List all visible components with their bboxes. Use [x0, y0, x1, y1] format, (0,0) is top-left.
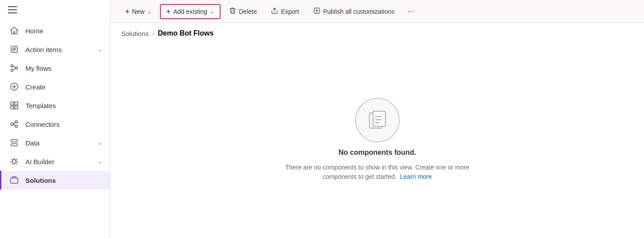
home-icon — [9, 26, 19, 36]
delete-trash-icon — [229, 7, 236, 16]
templates-icon — [9, 101, 19, 110]
sidebar-item-data-label: Data — [25, 139, 91, 147]
breadcrumb: Solutions › Demo Bot Flows — [111, 23, 644, 41]
sidebar-item-templates[interactable]: Templates — [0, 96, 110, 115]
sidebar-item-ai-builder-label: AI Builder — [25, 158, 91, 165]
add-existing-button[interactable]: + Add existing ⌄ — [160, 4, 221, 19]
sidebar-item-create-label: Create — [25, 83, 102, 91]
empty-state-description-text: There are no components to show in this … — [285, 164, 469, 180]
data-icon — [9, 138, 19, 148]
svg-point-12 — [11, 123, 13, 125]
new-plus-icon: + — [125, 8, 129, 16]
svg-rect-18 — [11, 178, 18, 183]
solutions-icon — [9, 175, 19, 185]
new-button-label: New — [132, 8, 144, 15]
svg-point-5 — [16, 67, 18, 69]
empty-state: No components found. There are no compon… — [279, 98, 476, 182]
sidebar-item-ai-builder[interactable]: AI Builder ⌄ — [0, 152, 110, 171]
add-existing-plus-icon: + — [166, 8, 170, 16]
sidebar-item-home-label: Home — [25, 27, 102, 35]
svg-rect-16 — [11, 144, 17, 146]
main-area: + New ⌄ + Add existing ⌄ Delete Export — [111, 0, 644, 238]
svg-point-17 — [12, 160, 16, 163]
toolbar: + New ⌄ + Add existing ⌄ Delete Export — [111, 0, 644, 23]
svg-rect-1 — [8, 9, 17, 10]
sidebar-item-data[interactable]: Data ⌄ — [0, 133, 110, 152]
svg-point-14 — [16, 125, 18, 128]
more-options-button[interactable]: ··· — [403, 4, 418, 19]
svg-rect-2 — [8, 12, 17, 13]
hamburger-menu-icon[interactable] — [0, 0, 110, 21]
connectors-icon — [9, 119, 19, 129]
svg-rect-0 — [8, 6, 17, 7]
sidebar-item-my-flows-label: My flows — [25, 65, 102, 72]
sidebar-nav: Home Action items ⌄ — [0, 21, 110, 238]
new-chevron-icon: ⌄ — [147, 8, 152, 15]
sidebar-item-action-items-label: Action items — [25, 46, 91, 53]
export-button[interactable]: Export — [265, 4, 304, 19]
sidebar-item-action-items[interactable]: Action items ⌄ — [0, 40, 110, 59]
sidebar-item-create[interactable]: Create — [0, 77, 110, 96]
sidebar-item-solutions[interactable]: Solutions — [0, 171, 110, 190]
content-area: No components found. There are no compon… — [111, 41, 644, 238]
breadcrumb-current: Demo Bot Flows — [158, 29, 213, 37]
ai-builder-icon — [9, 157, 19, 166]
action-items-chevron-icon: ⌄ — [98, 46, 102, 52]
publish-icon — [313, 7, 320, 16]
svg-point-6 — [11, 69, 13, 72]
new-button[interactable]: + New ⌄ — [119, 4, 157, 19]
svg-rect-11 — [15, 106, 18, 109]
more-options-icon: ··· — [407, 7, 414, 16]
breadcrumb-separator-icon: › — [152, 30, 154, 37]
empty-state-title: No components found. — [338, 149, 416, 157]
learn-more-link[interactable]: Learn more — [400, 173, 432, 180]
sidebar: Home Action items ⌄ — [0, 0, 111, 238]
sidebar-item-connectors[interactable]: Connectors — [0, 115, 110, 133]
empty-state-icon — [355, 98, 400, 142]
svg-rect-9 — [15, 102, 18, 105]
my-flows-icon — [9, 63, 19, 73]
sidebar-item-solutions-label: Solutions — [25, 177, 102, 184]
publish-button[interactable]: Publish all customizations — [308, 4, 400, 19]
export-button-label: Export — [281, 8, 299, 15]
svg-point-4 — [11, 65, 13, 67]
data-chevron-icon: ⌄ — [98, 140, 102, 146]
ai-builder-chevron-icon: ⌄ — [98, 158, 102, 165]
delete-button[interactable]: Delete — [223, 4, 263, 19]
action-items-icon — [9, 44, 19, 54]
empty-state-description: There are no components to show in this … — [279, 163, 476, 182]
sidebar-item-my-flows[interactable]: My flows — [0, 59, 110, 77]
svg-point-13 — [16, 121, 18, 123]
export-icon — [271, 7, 278, 16]
create-icon — [9, 82, 19, 92]
sidebar-item-home[interactable]: Home — [0, 21, 110, 40]
svg-rect-15 — [11, 140, 17, 142]
publish-button-label: Publish all customizations — [323, 8, 394, 15]
breadcrumb-solutions-link[interactable]: Solutions — [121, 30, 149, 37]
sidebar-item-connectors-label: Connectors — [25, 121, 102, 128]
sidebar-item-templates-label: Templates — [25, 102, 102, 109]
svg-rect-21 — [373, 111, 386, 126]
svg-rect-8 — [11, 102, 14, 105]
svg-rect-10 — [11, 106, 14, 109]
add-existing-button-label: Add existing — [173, 8, 207, 15]
delete-button-label: Delete — [239, 8, 257, 15]
add-existing-chevron-icon: ⌄ — [210, 8, 214, 15]
